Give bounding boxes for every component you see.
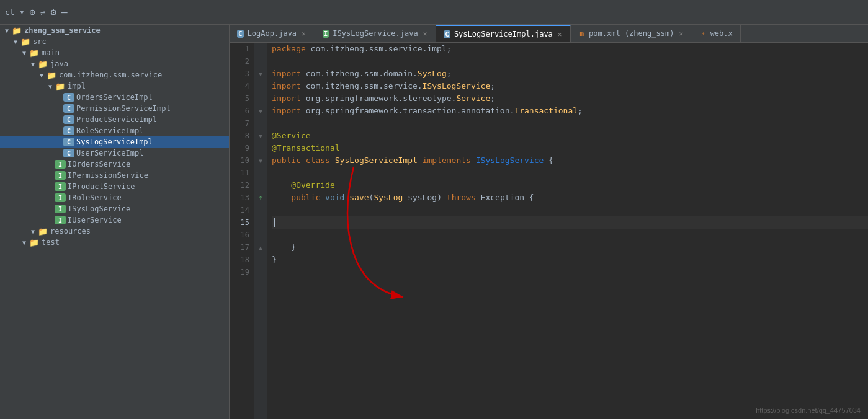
gutter-6[interactable]: ▼: [254, 105, 267, 117]
ln-5: 5: [235, 92, 249, 105]
role-icon: C: [63, 126, 74, 135]
gutter-17[interactable]: ▲: [254, 241, 267, 254]
iorders-icon: I: [55, 160, 66, 169]
editor-body[interactable]: 1 2 3 4 5 6 7 8 9 10 11 12 13 14 15 16 1…: [230, 43, 868, 419]
sidebar-item-iuser[interactable]: I IUserService: [0, 214, 229, 226]
gutter-area: ▼ ▼ ▼ ▼ ↑ ▲: [254, 43, 267, 419]
src-label: src: [33, 37, 47, 46]
gutter-8[interactable]: ▼: [254, 130, 267, 142]
ln-15: 15: [235, 216, 249, 229]
sidebar-item-permission[interactable]: C PermissionServiceImpl: [0, 103, 229, 114]
gutter-19: [254, 266, 267, 278]
gutter-18: [254, 254, 267, 266]
tab-logaop-close[interactable]: ✕: [300, 30, 307, 38]
main-folder-icon: 📁: [29, 48, 40, 57]
orders-icon: C: [63, 93, 74, 102]
tab-pom-close[interactable]: ✕: [678, 30, 684, 38]
line-numbers: 1 2 3 4 5 6 7 8 9 10 11 12 13 14 15 16 1…: [230, 43, 254, 419]
code-line-14: [272, 204, 868, 216]
main-label: main: [42, 48, 60, 57]
sidebar-item-product[interactable]: C ProductServiceImpl: [0, 114, 229, 125]
iproduct-icon: I: [55, 182, 66, 191]
gutter-13[interactable]: ↑: [254, 192, 267, 204]
sidebar-item-main[interactable]: ▼ 📁 main: [0, 47, 229, 58]
code-line-17: }: [272, 241, 868, 254]
gutter-1: [254, 43, 267, 55]
resources-arrow: ▼: [29, 228, 37, 235]
watermark: https://blog.csdn.net/qq_44757034: [756, 407, 861, 414]
java-label: java: [50, 60, 68, 68]
tab-syslogimpl[interactable]: C SysLogServiceImpl.java ✕: [436, 25, 571, 42]
sidebar-item-role[interactable]: C RoleServiceImpl: [0, 125, 229, 136]
ln-6: 6: [235, 105, 249, 117]
tab-isyslog[interactable]: I ISysLogService.java ✕: [315, 25, 437, 42]
code-line-12: @Override: [272, 179, 868, 192]
gutter-14: [254, 204, 267, 216]
tab-bar: C LogAop.java ✕ I ISysLogService.java ✕ …: [230, 25, 868, 43]
ln-19: 19: [235, 266, 249, 278]
sidebar-item-iproduct[interactable]: I IProductService: [0, 181, 229, 192]
sidebar-item-impl[interactable]: ▼ 📁 impl: [0, 81, 229, 92]
ipermission-icon: I: [55, 171, 66, 180]
orders-label: OrdersServiceImpl: [76, 93, 153, 102]
code-line-16: [272, 229, 868, 241]
sidebar-item-isyslog[interactable]: I ISysLogService: [0, 203, 229, 214]
role-label: RoleServiceImpl: [76, 126, 143, 135]
tab-web[interactable]: ⚡ web.x: [692, 25, 741, 42]
minimize-icon[interactable]: —: [61, 6, 68, 18]
sidebar-item-irole[interactable]: I IRoleService: [0, 192, 229, 203]
user-label: UserServiceImpl: [76, 149, 143, 157]
ln-14: 14: [235, 204, 249, 216]
main-arrow: ▼: [20, 50, 29, 56]
sidebar-item-user[interactable]: C UserServiceImpl: [0, 148, 229, 159]
ipermission-label: IPermissionService: [68, 171, 148, 180]
code-line-1: package com.itzheng.ssm.service.impl;: [272, 43, 868, 55]
sidebar-item-resources[interactable]: ▼ 📁 resources: [0, 226, 229, 237]
tab-pom-icon: m: [578, 30, 585, 38]
root-arrow: ▼: [2, 27, 11, 34]
code-line-5: import org.springframework.stereotype.Se…: [272, 92, 868, 105]
sidebar-item-java[interactable]: ▼ 📁 java: [0, 58, 229, 69]
sidebar-item-test[interactable]: ▼ 📁 test: [0, 237, 229, 248]
product-icon: C: [63, 115, 74, 124]
tab-isyslog-close[interactable]: ✕: [422, 30, 429, 38]
split-icon[interactable]: ⇌: [40, 7, 45, 17]
ln-10: 10: [235, 154, 249, 167]
gutter-11: [254, 167, 267, 179]
tab-syslogimpl-close[interactable]: ✕: [557, 30, 563, 38]
isyslog-label: ISysLogService: [68, 205, 130, 213]
sidebar-root[interactable]: ▼ 📁 zheng_ssm_service: [0, 25, 229, 36]
gutter-3[interactable]: ▼: [254, 68, 267, 80]
ln-3: 3: [235, 68, 249, 80]
ln-12: 12: [235, 179, 249, 192]
tab-isyslog-icon: I: [323, 30, 329, 38]
add-icon[interactable]: ⊕: [29, 6, 35, 18]
gutter-9: [254, 142, 267, 154]
sidebar-item-syslog[interactable]: C SysLogServiceImpl: [0, 136, 229, 148]
sidebar-item-iorders[interactable]: I IOrdersService: [0, 159, 229, 170]
irole-label: IRoleService: [68, 193, 122, 202]
package-folder-icon: 📁: [46, 71, 57, 79]
tab-pom[interactable]: m pom.xml (zheng_ssm) ✕: [571, 25, 692, 42]
settings-icon[interactable]: ⚙: [50, 6, 56, 18]
permission-label: PermissionServiceImpl: [76, 104, 171, 113]
code-area[interactable]: package com.itzheng.ssm.service.impl; im…: [267, 43, 868, 419]
iorders-label: IOrdersService: [68, 160, 130, 169]
sidebar-item-src[interactable]: ▼ 📁 src: [0, 36, 229, 47]
product-label: ProductServiceImpl: [76, 115, 157, 124]
project-root-label: zheng_ssm_service: [24, 26, 101, 35]
code-line-9: @Transactional: [272, 142, 868, 154]
sidebar: ▼ 📁 zheng_ssm_service ▼ 📁 src ▼ 📁 main ▼…: [0, 25, 230, 419]
test-arrow: ▼: [20, 239, 29, 246]
main-layout: ▼ 📁 zheng_ssm_service ▼ 📁 src ▼ 📁 main ▼…: [0, 25, 868, 419]
sidebar-item-package[interactable]: ▼ 📁 com.itzheng.ssm.service: [0, 69, 229, 81]
sidebar-item-ipermission[interactable]: I IPermissionService: [0, 170, 229, 181]
tab-web-icon: ⚡: [700, 30, 707, 38]
nav-back-icon[interactable]: ct ▾: [5, 7, 24, 17]
gutter-10[interactable]: ▼: [254, 154, 267, 167]
sidebar-item-orders[interactable]: C OrdersServiceImpl: [0, 92, 229, 103]
code-line-7: [272, 117, 868, 130]
tab-logaop[interactable]: C LogAop.java ✕: [230, 25, 315, 42]
tab-logaop-label: LogAop.java: [248, 29, 297, 38]
ln-9: 9: [235, 142, 249, 154]
